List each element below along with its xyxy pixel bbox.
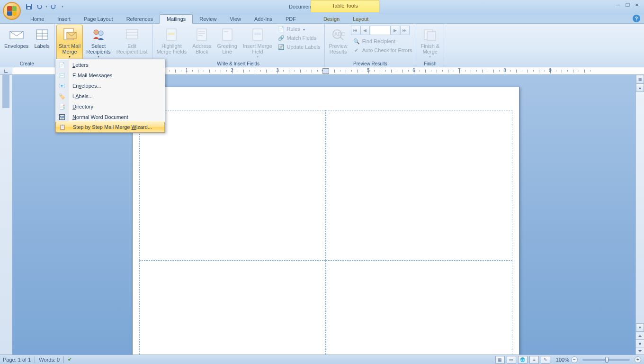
full-screen-view-button[interactable]: ▭ <box>507 356 516 364</box>
highlight-icon <box>164 27 179 42</box>
labels-button[interactable]: Labels <box>32 25 52 50</box>
label-cell[interactable] <box>139 110 326 261</box>
match-icon: 🔗 <box>277 34 285 42</box>
svg-rect-17 <box>197 29 206 40</box>
proofing-icon[interactable]: ✔ <box>68 356 72 363</box>
recipients-icon <box>91 27 106 42</box>
highlight-merge-fields-button: Highlight Merge Fields <box>154 25 189 56</box>
find-icon: 🔍 <box>353 37 360 45</box>
label-grid <box>139 110 512 355</box>
label-cell[interactable] <box>326 261 512 355</box>
help-icon[interactable]: ? <box>633 15 640 22</box>
ribbon-tabs: Home Insert Page Layout References Maili… <box>0 13 644 24</box>
address-block-button: Address Block <box>190 25 214 56</box>
group-preview-results: ABC Preview Results ⏮ ◀ ▶ ⏭ 🔍Find Recipi… <box>325 24 417 67</box>
edit-list-icon <box>125 27 140 42</box>
tab-home[interactable]: Home <box>24 15 51 23</box>
zoom-level[interactable]: 100% <box>556 357 569 363</box>
menu-email-messages[interactable]: ✉️ E-Mail Messages <box>55 70 165 81</box>
page[interactable] <box>132 87 519 355</box>
draft-view-button[interactable]: ✎ <box>541 356 550 364</box>
finish-merge-button: Finish & Merge ▾ <box>418 25 442 60</box>
tab-references[interactable]: References <box>120 15 160 23</box>
wizard-icon: 📋 <box>59 124 66 130</box>
group-finish: Finish & Merge ▾ Finish <box>416 24 444 67</box>
scroll-down-button[interactable]: ▼ <box>636 323 644 332</box>
tab-layout[interactable]: Layout <box>346 15 375 23</box>
match-fields-button: 🔗Match Fields <box>276 34 322 42</box>
svg-point-11 <box>98 31 103 36</box>
svg-text:ABC: ABC <box>334 31 345 37</box>
tab-mailings[interactable]: Mailings <box>160 14 193 24</box>
undo-icon[interactable] <box>35 2 44 11</box>
title-bar: ▾ ▾ Document4 - Microsoft Word Table Too… <box>0 0 644 13</box>
address-icon <box>194 27 209 42</box>
ruler-column-marker[interactable] <box>322 68 329 74</box>
redo-icon[interactable] <box>49 2 58 11</box>
menu-envelopes[interactable]: 📧 Envelopes... <box>55 81 165 91</box>
quick-access-toolbar: ▾ ▾ <box>25 0 63 13</box>
outline-view-button[interactable]: ≡ <box>529 356 539 364</box>
tab-pdf[interactable]: PDF <box>279 15 303 23</box>
print-layout-view-button[interactable]: ▦ <box>495 356 505 364</box>
status-bar: Page: 1 of 1 Words: 0 ✔ ▦ ▭ 🌐 ≡ ✎ 100% −… <box>0 355 644 364</box>
tab-review[interactable]: Review <box>193 15 223 23</box>
label-cell[interactable] <box>326 110 512 261</box>
vertical-scrollbar[interactable]: ▦ ▲ ▼ ⏶ ● ⏷ <box>635 75 644 355</box>
envelope-icon: 📧 <box>59 83 65 89</box>
edit-recipient-list-button: Edit Recipient List <box>114 25 150 56</box>
envelopes-button[interactable]: Envelopes <box>2 25 31 50</box>
menu-letters[interactable]: 📄 Letters <box>55 60 165 70</box>
word-count[interactable]: Words: 0 <box>39 357 60 363</box>
scroll-up-button[interactable]: ▲ <box>636 83 644 92</box>
previous-page-button[interactable]: ⏶ <box>636 332 644 339</box>
mail-merge-icon <box>62 27 77 42</box>
menu-mail-merge-wizard[interactable]: 📋 Step by Step Mail Merge Wizard... <box>55 122 165 132</box>
tab-selector[interactable] <box>0 67 12 74</box>
find-recipient-button: 🔍Find Recipient <box>351 37 414 46</box>
save-icon[interactable] <box>25 2 33 11</box>
minimize-button[interactable]: ─ <box>614 1 622 8</box>
rules-button: 📄Rules <box>276 25 322 33</box>
next-page-button[interactable]: ⏷ <box>636 347 644 355</box>
svg-rect-1 <box>27 4 31 6</box>
web-layout-view-button[interactable]: 🌐 <box>518 356 528 364</box>
last-record-button: ⏭ <box>400 26 410 35</box>
browse-object-button[interactable]: ● <box>636 339 644 347</box>
label-cell[interactable] <box>139 261 326 355</box>
first-record-button: ⏮ <box>351 26 360 35</box>
zoom-out-button[interactable]: − <box>571 356 578 363</box>
tab-design[interactable]: Design <box>317 15 346 23</box>
labels-icon: 🏷️ <box>59 93 65 100</box>
page-indicator[interactable]: Page: 1 of 1 <box>3 357 31 363</box>
menu-directory[interactable]: 📑 Directory <box>55 101 165 112</box>
insert-merge-field-button: Insert Merge Field ▾ <box>241 25 275 60</box>
tab-insert[interactable]: Insert <box>51 15 77 23</box>
office-button[interactable] <box>3 2 21 20</box>
scroll-track[interactable] <box>636 92 644 323</box>
contextual-tab-table-tools: Table Tools <box>311 0 379 12</box>
tab-page-layout[interactable]: Page Layout <box>77 15 120 23</box>
start-mail-merge-button[interactable]: Start Mail Merge ▾ <box>56 25 83 60</box>
zoom-in-button[interactable]: + <box>635 356 641 363</box>
menu-normal-word-document[interactable]: W Normal Word Document <box>55 112 165 122</box>
auto-check-errors-button: ✔Auto Check for Errors <box>351 46 414 55</box>
group-write-insert-fields: Highlight Merge Fields Address Block Gre… <box>152 24 325 67</box>
svg-point-10 <box>94 30 98 35</box>
tab-view[interactable]: View <box>223 15 248 23</box>
zoom-slider[interactable] <box>582 359 630 361</box>
prev-record-button: ◀ <box>360 26 370 35</box>
update-labels-button: 🔄Update Labels <box>276 43 322 51</box>
labels-icon <box>35 27 50 42</box>
greeting-line-button: Greeting Line <box>215 25 240 56</box>
ruler-toggle-icon[interactable]: ▦ <box>636 75 644 83</box>
menu-labels[interactable]: 🏷️ LAbels... <box>55 91 165 101</box>
update-icon: 🔄 <box>277 43 285 51</box>
restore-button[interactable]: ❐ <box>623 1 632 8</box>
rules-icon: 📄 <box>277 25 285 33</box>
tab-add-ins[interactable]: Add-Ins <box>248 15 279 23</box>
svg-rect-21 <box>223 29 232 40</box>
svg-rect-12 <box>126 29 138 39</box>
close-button[interactable]: ✕ <box>633 1 641 8</box>
select-recipients-button[interactable]: Select Recipients ▾ <box>84 25 113 60</box>
